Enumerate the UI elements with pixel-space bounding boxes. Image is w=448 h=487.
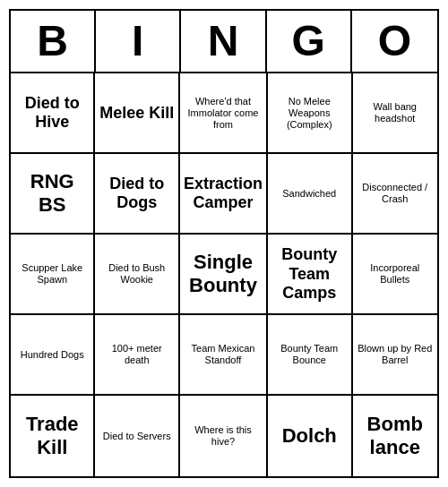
bingo-cell-1: Melee Kill [95, 73, 180, 154]
bingo-grid: Died to HiveMelee KillWhere'd that Immol… [11, 73, 437, 476]
bingo-cell-22: Where is this hive? [180, 396, 268, 476]
bingo-cell-14: Incorporeal Bullets [353, 235, 438, 315]
bingo-letter-N: N [181, 11, 266, 73]
bingo-cell-6: Died to Dogs [95, 154, 180, 235]
bingo-cell-3: No Melee Weapons (Complex) [268, 73, 352, 154]
bingo-cell-17: Team Mexican Standoff [180, 315, 268, 396]
bingo-cell-15: Hundred Dogs [11, 315, 95, 396]
bingo-card: BINGO Died to HiveMelee KillWhere'd that… [9, 9, 439, 479]
bingo-cell-16: 100+ meter death [95, 315, 180, 396]
bingo-cell-13: Bounty Team Camps [268, 235, 352, 315]
bingo-cell-2: Where'd that Immolator come from [180, 73, 268, 154]
bingo-letter-I: I [96, 11, 181, 73]
bingo-cell-11: Died to Bush Wookie [95, 235, 180, 315]
bingo-letter-B: B [11, 11, 96, 73]
bingo-letter-G: G [267, 11, 352, 73]
bingo-cell-23: Dolch [268, 396, 352, 476]
bingo-cell-21: Died to Servers [95, 396, 180, 476]
bingo-cell-5: RNG BS [11, 154, 95, 235]
bingo-cell-9: Disconnected / Crash [353, 154, 438, 235]
bingo-cell-4: Wall bang headshot [353, 73, 438, 154]
bingo-cell-10: Scupper Lake Spawn [11, 235, 95, 315]
bingo-letter-O: O [352, 11, 437, 73]
bingo-cell-8: Sandwiched [268, 154, 352, 235]
bingo-cell-20: Trade Kill [11, 396, 95, 476]
bingo-cell-18: Bounty Team Bounce [268, 315, 352, 396]
bingo-cell-7: Extraction Camper [180, 154, 268, 235]
bingo-cell-24: Bomb lance [353, 396, 438, 476]
bingo-cell-0: Died to Hive [11, 73, 95, 154]
bingo-cell-12: Single Bounty [180, 235, 268, 315]
bingo-cell-19: Blown up by Red Barrel [353, 315, 438, 396]
bingo-header: BINGO [11, 11, 437, 74]
